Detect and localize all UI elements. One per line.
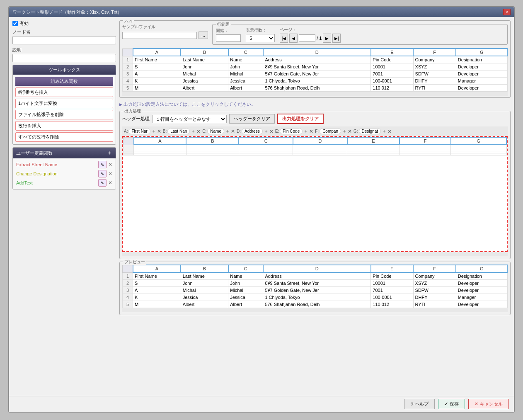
col-tag-del-btn[interactable]: ✕ [309,129,313,134]
col-tag-add-btn[interactable]: ＋ [264,128,269,135]
col-tag-group: G: Designat ＋ ✕ [354,128,392,135]
table-row: 4KJessicaJessica1 Chiyoda, Tokyo100-0001… [123,294,508,301]
user-func-items: Extract Street Name ✎ ✕ Change Designati… [13,158,116,189]
page-next-btn[interactable]: ▶ [323,34,331,43]
builtin-btn-2[interactable]: ファイル拡張子を削除 [15,110,113,119]
col-tag-group: A: First Nar ＋ ✕ [124,128,161,135]
page-label: ページ： [280,27,341,33]
description-group: 説明 [12,47,116,62]
output-grid-container: A B C D E F G [122,136,508,252]
col-tag-add-btn[interactable]: ＋ [191,128,196,135]
func-del-btn-2[interactable]: ✕ [108,180,112,186]
node-name-label: ノード名 [12,29,116,35]
builtin-btn-4[interactable]: すべての改行を削除 [15,132,113,142]
col-tag-group: C: Name ＋ ✕ [202,128,235,135]
func-edit-btn-0[interactable]: ✎ [98,161,107,168]
preview-col-header-B: B [181,265,228,272]
page-prev-btn[interactable]: ◀ [289,34,298,43]
start-input[interactable]: 1 [216,34,241,42]
builtin-btn-1[interactable]: 1バイト文字に変換 [15,99,113,108]
page-field: ページ： |◀ ◀ 1 / 1 ▶ ▶| [280,27,341,43]
table-row: 5MAlbertAlbert576 Shahjahan Road, Delh11… [123,301,508,308]
add-user-func-button[interactable]: ＋ [107,149,112,157]
bottom-bar: ? ヘルプ ✔ 保存 ✕ キャンセル [9,396,514,412]
col-tag-del-btn[interactable]: ✕ [269,129,274,134]
enabled-row: 有効 [12,20,116,27]
clear-header-button[interactable]: ヘッダーをクリア [229,114,275,124]
user-func-header: ユーザー定義関数 ＋ [13,148,116,158]
description-input[interactable] [12,54,116,62]
table-row: 1First NameLast NameNameAddressPin CodeC… [123,272,508,280]
col-header-F: F [413,49,456,56]
input-section-label: 入力 [123,20,134,24]
description-label: 説明 [12,47,116,53]
col-header-A: A [133,49,181,56]
close-button[interactable]: × [503,9,511,15]
display-select[interactable]: 5 10 20 [246,34,275,42]
builtin-btn-3[interactable]: 改行を挿入 [15,121,113,131]
header-select[interactable]: １行目をヘッダーとみなす ヘッダーなし [152,115,227,123]
browse-button[interactable]: ... [199,32,208,39]
preview-label: プレビュー [123,259,146,265]
enabled-checkbox[interactable] [12,21,18,26]
col-tag-del-btn[interactable]: ✕ [196,129,201,134]
list-item: Change Designation ✎ ✕ [15,169,114,178]
func-edit-btn-1[interactable]: ✎ [98,170,107,177]
output-scrollbar[interactable] [122,252,508,256]
builtin-label: 組み込み関数 [15,77,113,86]
col-tag-add-btn[interactable]: ＋ [225,128,230,135]
window-title: ワークシート整形ノード（動作対象：Xlsx, Csv, Txt） [12,9,122,15]
enabled-label: 有効 [19,20,29,27]
page-first-btn[interactable]: |◀ [280,34,288,43]
col-tag: Designat [359,128,381,134]
col-tag-label: C: [202,129,206,134]
table-row [123,153,507,155]
info-link[interactable]: 出力処理の設定方法については、ここをクリックしてください。 [119,101,511,107]
col-tag-del-btn[interactable]: ✕ [387,129,392,134]
range-section: 行範囲 開始： 1 表示行数： 5 10 20 [212,24,508,45]
node-name-input[interactable]: ワークシート整形 [12,36,116,44]
toolbox-header: ツールボックス [13,65,116,75]
file-path-input[interactable]: C:¥Users¥t64647¥Documents¥ [122,32,197,39]
builtin-btn-0[interactable]: #行番号を挿入 [15,87,113,97]
col-header-C: C [228,49,263,56]
func-del-btn-1[interactable]: ✕ [108,171,112,177]
page-input[interactable]: 1 [299,34,315,42]
row-num-header [123,49,133,56]
output-col-header-G: G [451,137,506,145]
col-tag-del-btn[interactable]: ✕ [157,129,161,134]
save-button[interactable]: ✔ 保存 [438,399,465,409]
page-last-btn[interactable]: ▶| [332,34,341,43]
right-panel: 入力 サンプルファイル C:¥Users¥t64647¥Documents¥ .… [119,20,511,393]
col-tag-add-btn[interactable]: ＋ [342,128,347,135]
x-icon: ✕ [475,401,478,407]
col-tag-del-btn[interactable]: ✕ [348,129,352,134]
node-name-group: ノード名 ワークシート整形 [12,29,116,44]
col-tag-add-btn[interactable]: ＋ [303,128,308,135]
func-del-btn-0[interactable]: ✕ [108,162,112,168]
range-label: 行範囲 [216,22,231,27]
output-col-header-D: D [293,137,347,145]
col-header-D: D [263,49,371,56]
preview-col-header-D: D [263,265,371,272]
display-label: 表示行数： [246,27,275,33]
col-tags-row: A: First Nar ＋ ✕ B: Last Nan ＋ ✕ C: Name… [122,126,508,136]
cancel-button[interactable]: ✕ キャンセル [468,399,509,409]
preview-col-header-C: C [228,265,263,272]
help-button[interactable]: ? ヘルプ [404,399,435,409]
table-row: 1First NameLast NameNameAddressPin CodeC… [123,56,508,63]
preview-scrollbar[interactable] [122,308,508,312]
col-tag-add-btn[interactable]: ＋ [151,128,156,135]
preview-col-header-A: A [133,265,181,272]
input-scrollbar[interactable] [122,92,508,96]
col-tag-label: E: [275,129,279,134]
clear-output-button[interactable]: 出力処理をクリア [277,114,324,124]
col-tag-add-btn[interactable]: ＋ [382,128,387,135]
output-col-header-C: C [239,137,293,145]
preview-table: A B C D E F G 1First NameLast NameNameAd… [122,265,508,308]
func-name-add: AddText [16,180,97,185]
func-edit-btn-2[interactable]: ✎ [98,179,107,187]
toolbox-label: ツールボックス [48,67,80,73]
col-tag-del-btn[interactable]: ✕ [231,129,235,134]
col-tag: Name [207,128,224,134]
